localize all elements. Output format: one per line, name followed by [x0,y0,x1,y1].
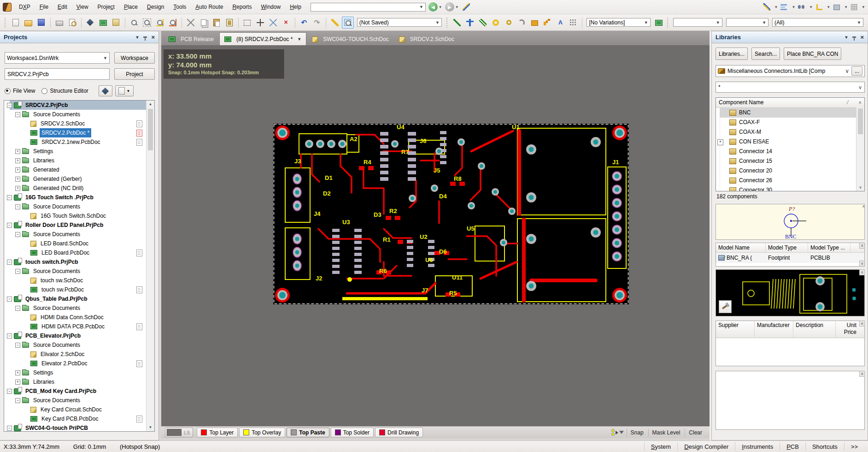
supplier-table-header[interactable]: SupplierManufacturerDescriptionUnit Pric… [716,321,864,338]
component-list-header[interactable]: Component Name / ∧ [716,98,864,108]
filter-combo-not-saved[interactable]: (Not Saved)▼ [357,18,442,27]
layer-set-button[interactable]: LS [165,428,193,437]
component-connector-30[interactable]: Connector 30 [720,185,864,191]
new-document-button[interactable] [10,17,22,29]
chevron-down-icon[interactable]: ∨ [858,84,862,90]
tree-item-source-documents[interactable]: −Source Documents [4,230,154,239]
menu-view[interactable]: View [72,2,93,12]
utility-tools-dropdown[interactable]: ▼ [774,5,778,9]
expand-toggle-icon[interactable]: − [7,389,12,394]
model-header-model-type[interactable]: Model Type ... [808,243,850,252]
tree-item-generated[interactable]: +Generated [4,165,154,174]
status-button-[interactable]: >> [844,442,864,451]
variant-board-button[interactable] [653,17,665,29]
menu-help[interactable]: Help [286,2,305,12]
alignment-tools-dropdown[interactable]: ▼ [792,5,795,9]
tree-item-source-documents[interactable]: −Source Documents [4,110,154,119]
utility-tools-button[interactable] [761,1,773,13]
tree-item-generated-nc-drill[interactable]: +Generated (NC Drill) [4,184,154,193]
panel-menu-icon[interactable]: ▼ [135,35,139,40]
component-coax-m[interactable]: COAX-M [720,127,864,137]
expand-toggle-icon[interactable]: + [15,177,20,182]
tab-dropdown-icon[interactable]: ▼ [297,37,301,42]
alignment-tools-button[interactable] [778,1,790,13]
place-string-button[interactable]: A [554,17,566,29]
layer-bar-button-mask-level[interactable]: Mask Level [648,428,684,437]
tree-item-srdcv-2-prjpcb[interactable]: −SRDCV.2.PrjPcb [4,101,154,110]
footprint-preview[interactable]: ∧ [716,269,865,316]
scroll-down-icon[interactable]: ▼ [147,424,154,431]
zoom-filter-button[interactable] [167,17,179,29]
zoom-area-button[interactable] [141,17,153,29]
symbol-preview[interactable]: P? BNC ∧ [716,204,865,240]
print-preview-button[interactable] [66,17,78,29]
back-history-dropdown[interactable]: ▼ [439,5,442,9]
open-document-button[interactable] [23,17,35,29]
pcb-board-graphic[interactable]: A2J3R4D1D2J4U3D3J2R1R2R6U2U6J7R5U11D6U5D… [273,124,629,304]
quick-search-combo[interactable]: ▼ [311,3,426,12]
browse-board-button[interactable] [342,17,354,29]
library-button-search[interactable]: Search... [751,48,780,60]
close-icon[interactable]: × [860,34,864,40]
forward-history-dropdown[interactable]: ▼ [455,5,459,9]
pin-icon[interactable] [852,36,856,38]
section-scroll-up-icon[interactable]: ∧ [859,243,865,249]
snap-options-icon[interactable] [611,429,624,436]
tree-item-libraries[interactable]: +Libraries [4,377,154,387]
project-button[interactable]: Project [114,68,155,80]
document-options-button[interactable]: ▼ [115,85,134,96]
dimension-tools-button[interactable] [813,1,825,13]
supplier-header-unit-price[interactable]: Unit Price [836,321,859,338]
tree-item-pcb-mod-key-card-prjpcb[interactable]: −PCB_Mod Key Card.PrjPcb [4,387,154,396]
mask-combo-2[interactable]: ▼ [726,18,768,27]
scroll-down-icon[interactable]: ∨ [856,184,864,191]
tree-item-led-board-schdoc[interactable]: LED Board.SchDoc [4,239,154,248]
tree-item-source-documents[interactable]: −Source Documents [4,303,154,313]
close-icon[interactable]: × [151,34,155,40]
tree-item-source-documents[interactable]: −Source Documents [4,202,154,211]
expand-toggle-icon[interactable]: − [7,333,12,339]
grid-tools-button[interactable] [848,1,860,13]
cross-probe-button[interactable] [329,17,341,29]
tab-8-srdcv-2-pcbdoc[interactable]: (8) SRDCV.2.PcbDoc *▼ [219,32,306,45]
documents-panel-button[interactable] [110,17,122,29]
expand-toggle-icon[interactable]: − [7,297,12,302]
scroll-up-icon[interactable]: ∧ [858,98,862,107]
tree-item-16g-touch-switch-schdoc[interactable]: 16G Touch Switch.SchDoc [4,211,154,220]
menu-dxp[interactable]: DXP [15,2,35,12]
status-button-pcb[interactable]: PCB [780,442,805,451]
model-header-model-name[interactable]: Model Name [716,243,766,252]
room-tools-button[interactable] [831,1,843,13]
expand-toggle-icon[interactable]: − [7,426,12,431]
undo-button[interactable]: ↶ [298,17,310,29]
redo-button[interactable]: ↷ [311,17,323,29]
tree-item-hdmi-data-conn-schdoc[interactable]: HDMI Data Conn.SchDoc [4,313,154,322]
supplier-header-supplier[interactable]: Supplier [716,321,755,338]
layer-tab-top-layer[interactable]: Top Layer [197,428,238,437]
place-fill-button[interactable] [528,17,540,29]
supplier-header-description[interactable]: Description [793,321,836,338]
deselect-all-button[interactable] [267,17,279,29]
move-object-button[interactable] [254,17,266,29]
library-select-combo[interactable]: Miscellaneous Connectors.IntLib [Comp ∨ … [716,65,865,77]
tree-item-libraries[interactable]: +Libraries [4,156,154,165]
menu-design[interactable]: Design [143,2,168,12]
component-connector-26[interactable]: Connector 26 [720,176,864,185]
tree-item-settings[interactable]: +Settings [4,368,154,377]
workspace-combo[interactable]: Workspace1.DsnWrk▼ [5,52,110,64]
library-button-libraries[interactable]: Libraries... [716,48,748,60]
back-button[interactable]: ◀ [428,2,438,12]
tree-item-key-card-circuit-schdoc[interactable]: Key Card Circuit.SchDoc [4,405,154,414]
view-3d-button[interactable] [84,17,96,29]
paste-special-button[interactable] [223,17,235,29]
tree-item-elivator-2-schdoc[interactable]: Elivator 2.SchDoc [4,350,154,359]
section-scroll-up-icon[interactable]: ∧ [859,269,865,275]
expand-toggle-icon[interactable]: − [15,112,20,117]
dimension-tools-dropdown[interactable]: ▼ [827,5,830,9]
tree-item-touch-switch-prjpcb[interactable]: −touch switch.PrjPcb [4,257,154,267]
layer-bar-button-clear[interactable]: Clear [685,428,706,437]
project-tree-scrollbar[interactable]: ▲ ▼ [146,101,154,431]
structure-editor-radio[interactable]: Structure Editor [41,88,88,94]
pcb-panel-button[interactable] [97,17,109,29]
paste-button[interactable] [211,17,223,29]
